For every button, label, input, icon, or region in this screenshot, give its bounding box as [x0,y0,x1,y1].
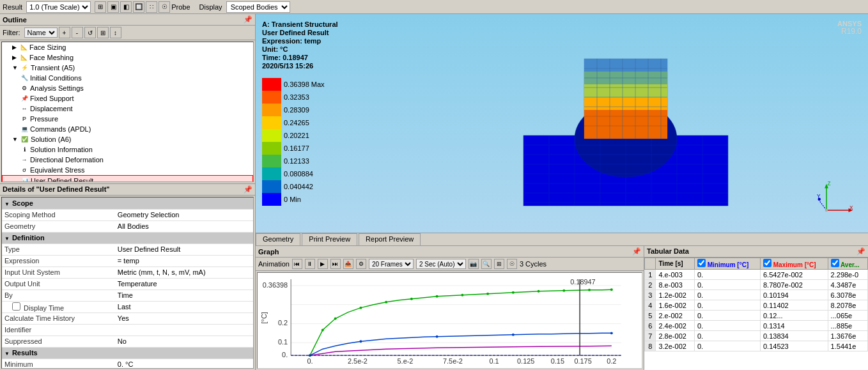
tab-print-preview[interactable]: Print Preview [302,233,357,245]
anim-probe2[interactable]: ☉ [507,259,517,269]
icon-refresh[interactable]: ↺ [84,27,96,38]
icon-expand[interactable]: + [59,27,70,38]
viewport[interactable]: A: Transient Structural User Defined Res… [256,14,868,233]
properties-table: ▼Scope Scoping Method Geometry Selection… [2,197,253,369]
tree-solution-info[interactable]: ℹ Solution Information [2,144,253,155]
icon-view1[interactable]: ▣ [107,1,119,13]
svg-point-69 [334,318,337,320]
transient-icon: ⚡ [20,63,29,72]
sec-select[interactable]: 2 Sec (Auto) [416,259,466,269]
table-row[interactable]: 2 8.e-003 0. 8.7807e-002 4.3487e [645,280,868,290]
cell-idx: 7 [645,331,656,341]
identifier-value [115,324,253,335]
tree-displacement[interactable]: ↔ Displacement [2,104,253,114]
scoping-method-row: Scoping Method Geometry Selection [2,209,253,220]
icon-collapse[interactable]: - [72,27,83,38]
col-aver[interactable]: Aver... [828,258,867,270]
cell-min: 0. [694,280,760,290]
details-pin[interactable]: 📌 [244,185,252,194]
tree-analysis-settings[interactable]: ⚙ Analysis Settings [2,83,253,93]
results-section-row: ▼Results [2,347,253,358]
tree-user-defined-result[interactable]: 📊 User Defined Result [2,175,253,182]
min-checkbox[interactable] [697,259,706,267]
display-select[interactable]: Scoped Bodies [226,1,290,13]
icon-grid[interactable]: ⊞ [97,27,109,38]
tree-initial-conditions[interactable]: 🔧 Initial Conditions [2,73,253,83]
tree-transient-a5[interactable]: ▼ ⚡ Transient (A5) [2,63,253,73]
table-row[interactable]: 5 2.e-002 0. 0.12... ...065e [645,311,868,321]
tabular-title: Tabular Data [647,247,689,256]
legend-value-4: 0.20221 [284,132,309,139]
legend-color-8 [262,180,281,193]
aver-checkbox[interactable] [831,259,839,267]
tree-equivalent-stress[interactable]: σ Equivalent Stress [2,165,253,175]
tree-face-sizing[interactable]: ▶ 📐 Face Sizing [2,42,253,52]
col-max[interactable]: Maximum [°C] [760,258,828,270]
anim-table[interactable]: ⊞ [494,259,504,269]
col-min[interactable]: Minimum [°C] [694,258,760,270]
icon-probe[interactable]: ☉ [159,1,170,13]
tree-commands-apdl[interactable]: 💻 Commands (APDL) [2,124,253,134]
tab-geometry[interactable]: Geometry [256,233,300,245]
icon-3d[interactable]: 🔲 [133,1,144,13]
graph-panel: Graph 📌 Animation ⏮ ⏸ ▶ ⏭ 📤 ⚙ 20 Frames … [256,246,644,370]
anim-last[interactable]: ⏭ [330,259,341,269]
icon-view2[interactable]: ◧ [120,1,132,13]
table-row[interactable]: 3 1.2e-002 0. 0.10194 6.3078e [645,290,868,300]
icon-sort[interactable]: ↕ [110,27,121,38]
legend-value-5: 0.16177 [284,144,309,152]
cell-aver: 4.3487e [828,280,867,290]
anim-play[interactable]: ▶ [318,259,328,269]
tree-fixed-support[interactable]: 📌 Fixed Support [2,93,253,104]
anim-settings[interactable]: ⚙ [356,259,366,269]
icon-mesh[interactable]: ⊞ [95,1,106,13]
table-row[interactable]: 1 4.e-003 0. 6.5427e-002 2.298e-0 [645,270,868,280]
table-row[interactable]: 6 2.4e-002 0. 0.1314 ...885e [645,321,868,331]
cell-aver: 2.298e-0 [828,270,867,280]
svg-text:2.5e-2: 2.5e-2 [348,357,368,365]
filter-select[interactable]: Name [24,27,58,38]
legend-value-2: 0.28309 [284,106,309,114]
outline-tree[interactable]: ▶ 📐 Face Sizing ▶ 📐 Face Meshing ▼ ⚡ Tra… [1,42,254,182]
tree-directional-def[interactable]: → Directional Deformation [2,155,253,165]
svg-text:0.175: 0.175 [574,357,591,365]
tree-face-meshing[interactable]: ▶ 📐 Face Meshing [2,52,253,63]
filter-label: Filter: [3,29,20,36]
svg-text:0.1: 0.1 [278,338,288,346]
icon-points[interactable]: ∷ [146,1,157,13]
display-time-checkbox[interactable] [12,302,20,311]
scoping-method-value: Geometry Selection [115,209,253,220]
result-select[interactable]: 1.0 (True Scale) [26,1,91,13]
table-row[interactable]: 8 3.2e-002 0. 0.14523 1.5441e [645,341,868,351]
tree-pressure[interactable]: P Pressure [2,114,253,124]
svg-point-68 [322,328,324,331]
tree-solution-a6[interactable]: ▼ ✅ Solution (A6) [2,134,253,144]
legend-value-1: 0.32353 [284,93,309,101]
anim-export[interactable]: 📤 [343,259,353,269]
suppressed-key: Suppressed [2,335,115,347]
pressure-icon: P [20,114,29,123]
anim-first[interactable]: ⏮ [292,259,302,269]
svg-text:0.2: 0.2 [278,319,288,327]
cell-max: 0.13834 [760,331,828,341]
anim-prev[interactable]: ⏸ [305,259,315,269]
calc-time-key: Calculate Time History [2,312,115,324]
svg-rect-19 [584,84,667,97]
anim-zoom[interactable]: 🔍 [481,259,492,269]
svg-point-83 [436,335,438,338]
table-row[interactable]: 7 2.8e-002 0. 0.13834 1.3676e [645,331,868,341]
graph-pin[interactable]: 📌 [632,247,641,256]
details-title: Details of "User Defined Result" [3,185,110,194]
outline-pin[interactable]: 📌 [244,15,252,24]
table-row[interactable]: 4 1.6e-002 0. 0.11402 8.2078e [645,300,868,311]
tabular-pin[interactable]: 📌 [856,247,865,256]
input-unit-key: Input Unit System [2,266,115,278]
output-unit-value: Temperature [115,278,253,289]
fixed-support-label: Fixed Support [30,95,74,102]
output-unit-row: Output Unit Temperature [2,278,253,289]
anim-camera[interactable]: 📷 [469,259,479,269]
svg-text:0.: 0. [307,357,313,365]
tab-report-preview[interactable]: Report Preview [359,233,421,245]
max-checkbox[interactable] [763,259,771,267]
frames-select[interactable]: 20 Frames [369,259,414,269]
